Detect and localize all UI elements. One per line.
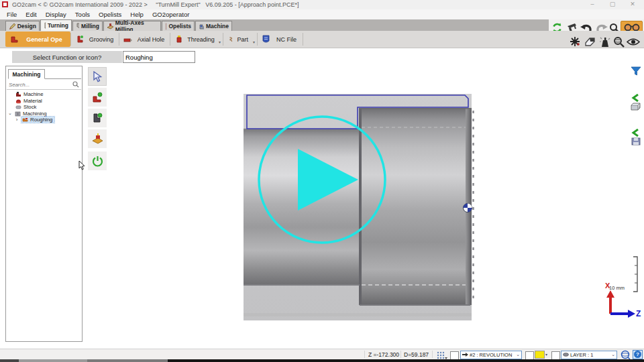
close-button[interactable]: ✕ [625,1,640,7]
panel-tab-machining[interactable]: Machining [8,69,45,79]
threading-dropdown-icon[interactable]: ▾ [219,40,221,44]
status-z-coordinate: Z =-172.300 [368,351,399,358]
tab-milling[interactable]: Milling [72,21,103,31]
tab-machine[interactable]: Machine [195,21,232,31]
geometry-checkbox[interactable] [450,351,459,360]
search-icon[interactable] [72,81,79,88]
menu-opelists[interactable]: Opelists [99,11,121,18]
menu-edit[interactable]: Edit [25,11,36,18]
layer-checkbox[interactable] [551,351,560,360]
expander-open-icon[interactable]: ⌄ [7,111,13,116]
status-bar: Z =-172.300 D=59.187 #2 : REVOLUTION ⌄ ▾… [0,349,644,359]
collapse-left-bottom-icon[interactable] [631,129,640,137]
color-swatch-dropdown-icon[interactable]: ▾ [545,352,547,357]
grooving-icon [75,35,85,44]
cursor-arrow-icon [92,71,103,82]
status-d-coordinate: D=59.187 [404,351,429,358]
geometry-select[interactable]: #2 : REVOLUTION ⌄ [460,351,522,359]
material-node-icon [15,98,21,104]
eraser-icon[interactable] [584,37,596,46]
stock-box-icon[interactable] [631,103,641,111]
viewport-3d[interactable] [238,89,480,325]
tool-holder-icon [91,112,103,124]
color-checkbox[interactable] [525,351,534,360]
machining-panel: Machining Machine Material Stock ⌄ M [5,66,83,342]
application-window: GO2cam < © GO2cam International 2009 - 2… [0,0,644,362]
power-button[interactable] [88,152,107,170]
globe-rotate-icon[interactable] [621,350,631,360]
layer-select-chevron-icon: ⌄ [611,352,615,357]
machine-icon [199,23,204,30]
menu-file[interactable]: File [7,11,17,18]
axis-z-label: Z [636,309,641,318]
color-swatch[interactable] [535,351,545,359]
menu-go2operator[interactable]: GO2operator [152,11,189,18]
zoom-sphere-icon[interactable] [613,36,625,48]
tree-item-stock[interactable]: Stock [7,104,81,111]
ribbon-button-grooving[interactable]: Grooving [71,32,119,47]
grid-snap-icon[interactable] [436,351,448,359]
save-disk-icon[interactable] [631,137,641,145]
layer-select[interactable]: LAYER : 1 ⌄ [561,351,617,359]
turning-tool-icon [44,22,46,29]
turret-button[interactable] [88,129,107,148]
revolution-icon [462,352,468,357]
eye-icon[interactable] [627,38,640,46]
help-button[interactable]: ? [633,350,643,359]
tree-item-material[interactable]: Material [7,98,81,105]
menu-display[interactable]: Display [46,11,66,18]
ribbon-button-general-ope[interactable]: General Ope [5,32,70,47]
mouse-cursor [78,161,85,170]
machine-axes-icon[interactable] [569,36,581,47]
axis-x-label: X [605,282,610,290]
select-tool-button[interactable] [88,67,107,86]
machining-node-icon [15,111,21,117]
tab-opelists[interactable]: Opelists [162,21,195,31]
menu-tools[interactable]: Tools [75,11,90,18]
tree-item-machining[interactable]: ⌄ Machining [7,111,81,117]
roughing-node-icon [22,117,28,123]
add-tool-button[interactable] [88,88,107,107]
filter-icon[interactable] [631,66,641,76]
part-step-edge [359,108,362,305]
menu-bar: File Edit Display Tools Opelists Help GO… [0,9,644,19]
tab-design[interactable]: Design [5,21,40,31]
tree-item-roughing[interactable]: › Roughing [7,117,81,123]
roughing-selected-row[interactable]: Roughing [21,117,54,123]
geometry-select-chevron-icon: ⌄ [516,352,520,357]
window-title: GO2cam < © GO2cam International 2009 - 2… [12,1,299,8]
prompt-label: Select Function or Icon? [33,54,101,61]
ribbon-button-nc-file[interactable]: NC File [258,32,303,47]
ribbon-button-axial-hole[interactable]: Axial Hole [119,32,170,47]
axial-hole-icon [123,35,133,44]
milling-tool-icon [76,23,79,30]
expander-closed-icon[interactable]: › [14,117,19,123]
prompt-input[interactable] [123,51,195,63]
tool-holder-button[interactable] [88,109,107,127]
pencil-icon [9,23,15,30]
ribbon-button-threading[interactable]: Threading [170,32,219,47]
tree-item-machine[interactable]: Machine [7,91,81,98]
part-dropdown-icon[interactable]: ▾ [253,40,255,44]
prompt-strip: Select Function or Icon? [12,51,122,63]
search-input[interactable] [7,81,72,88]
stock-node-icon [15,104,21,110]
tab-multi-axes-milling[interactable]: Multi-Axes Milling [103,21,161,31]
menu-help[interactable]: Help [130,11,144,18]
tab-turning[interactable]: Turning [40,19,72,31]
bottom-strip [0,359,644,362]
tool-add-icon [91,91,103,103]
minimize-button[interactable]: – [585,1,600,7]
panel-tab-baseline [45,78,81,79]
threading-icon [174,35,184,44]
help-icon: ? [634,351,641,358]
general-ope-icon [9,35,19,44]
collapse-left-top-icon[interactable] [631,94,640,102]
part-icon [228,35,233,44]
clean-duster-icon[interactable] [599,36,611,48]
part-cylinder-right [360,108,467,305]
multi-axes-icon [107,23,113,30]
ribbon-button-part[interactable]: Part [224,32,252,47]
ribbon: General Ope Grooving Axial Hole Threadin… [0,31,644,48]
maximize-button[interactable]: ▢ [605,1,620,7]
